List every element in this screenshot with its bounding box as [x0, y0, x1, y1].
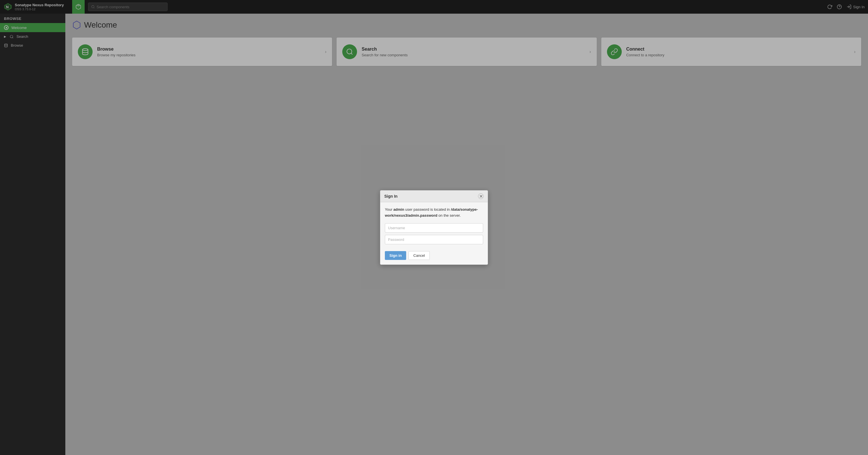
modal-admin-bold: admin: [393, 207, 404, 211]
modal-overlay: Sign In ✕ Your admin user password is lo…: [0, 0, 868, 455]
modal-header: Sign In ✕: [380, 191, 488, 202]
modal-body: Your admin user password is located in /…: [380, 202, 488, 251]
username-input[interactable]: [385, 223, 483, 233]
modal-close-button[interactable]: ✕: [478, 193, 484, 199]
modal-footer: Sign in Cancel: [380, 251, 488, 264]
modal-title: Sign In: [384, 194, 398, 199]
modal-cancel-button[interactable]: Cancel: [408, 251, 430, 260]
modal-signin-button[interactable]: Sign in: [385, 251, 406, 260]
password-input[interactable]: [385, 235, 483, 244]
modal-message: Your admin user password is located in /…: [385, 207, 483, 219]
signin-modal: Sign In ✕ Your admin user password is lo…: [380, 190, 488, 265]
